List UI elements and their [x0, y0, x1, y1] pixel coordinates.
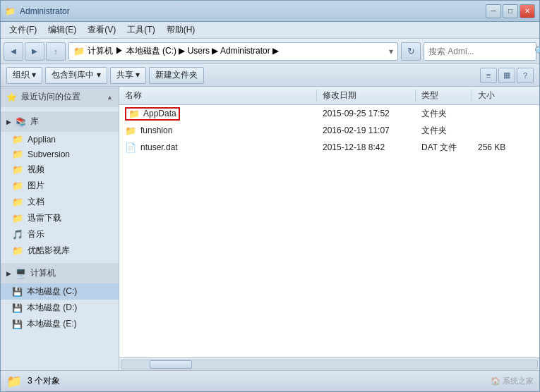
sidebar-item-drive-d[interactable]: 💾 本地磁盘 (D:) — [1, 300, 119, 316]
recent-section[interactable]: ⭐ 最近访问的位置 ▲ — [1, 87, 119, 107]
title-bar: 📁 Administrator ─ □ ✕ — [1, 1, 539, 22]
sidebar-item-thunder[interactable]: 📁 迅雷下载 — [1, 210, 119, 226]
computer-section[interactable]: ▶ 🖥️ 计算机 — [1, 263, 119, 283]
menu-help[interactable]: 帮助(H) — [161, 23, 201, 37]
file-name: funshion — [140, 125, 172, 135]
file-row[interactable]: 📁 funshion 2016-02-19 11:07 文件夹 — [119, 122, 539, 139]
minimize-button[interactable]: ─ — [486, 4, 501, 18]
file-list-area: 名称 修改日期 类型 大小 📁 AppData 2015-09-25 17:52 — [119, 87, 539, 370]
include-button[interactable]: 包含到库中 ▾ — [45, 67, 107, 84]
menu-file[interactable]: 文件(F) — [4, 23, 42, 37]
library-icon: 📚 — [16, 117, 26, 127]
folder-icon: 📁 — [73, 46, 85, 56]
new-folder-label: 新建文件夹 — [155, 69, 198, 81]
view-list-button[interactable]: ≡ — [480, 68, 497, 83]
folder-icon: 📁 — [12, 197, 23, 207]
folder-icon: 📁 — [12, 149, 23, 159]
search-bar: 🔍 — [424, 42, 536, 61]
file-icon: 📄 — [125, 142, 136, 153]
recent-icon: ⭐ — [6, 92, 17, 102]
horizontal-scrollbar[interactable] — [121, 360, 538, 369]
address-input[interactable] — [88, 47, 386, 56]
sidebar-item-youku[interactable]: 📁 优酷影视库 — [1, 243, 119, 259]
col-type-header[interactable]: 类型 — [416, 90, 472, 102]
sidebar-item-label: Applian — [28, 135, 56, 145]
file-date: 2015-12-18 8:42 — [317, 142, 416, 152]
col-name-header[interactable]: 名称 — [119, 90, 317, 102]
file-type: DAT 文件 — [416, 142, 472, 154]
folder-icon: 📁 — [128, 109, 140, 119]
forward-button[interactable]: ► — [25, 42, 44, 61]
file-name-cell: 📄 ntuser.dat — [119, 142, 317, 153]
folder-icon: 📁 — [125, 125, 136, 136]
address-bar: 📁 ▾ — [68, 42, 398, 61]
up-button[interactable]: ↑ — [46, 42, 66, 61]
sidebar-item-drive-e[interactable]: 💾 本地磁盘 (E:) — [1, 316, 119, 332]
share-button[interactable]: 共享 ▾ — [110, 67, 146, 84]
maximize-button[interactable]: □ — [503, 4, 518, 18]
sidebar-item-label: 迅雷下载 — [28, 212, 61, 224]
file-type: 文件夹 — [416, 125, 472, 137]
main-content: ⭐ 最近访问的位置 ▲ ▶ 📚 库 📁 Applian 📁 Subversion… — [1, 87, 539, 370]
scrollbar-footer — [119, 357, 539, 370]
title-bar-left: 📁 Administrator — [5, 6, 70, 16]
scrollbar-thumb[interactable] — [150, 360, 192, 369]
close-button[interactable]: ✕ — [520, 4, 535, 18]
computer-label: 计算机 — [30, 267, 56, 279]
explorer-window: 📁 Administrator ─ □ ✕ 文件(F) 编辑(E) 查看(V) … — [0, 0, 540, 392]
watermark: 🏠 系统之家 — [491, 376, 534, 386]
sidebar-item-docs[interactable]: 📁 文档 — [1, 194, 119, 210]
address-dropdown-icon[interactable]: ▾ — [389, 47, 393, 56]
search-icon[interactable]: 🔍 — [534, 46, 540, 56]
menu-tools[interactable]: 工具(T) — [121, 23, 160, 37]
help-button[interactable]: ? — [517, 68, 534, 83]
library-section[interactable]: ▶ 📚 库 — [1, 111, 119, 132]
folder-icon: 📁 — [12, 134, 23, 145]
file-list: 📁 AppData 2015-09-25 17:52 文件夹 📁 funshio… — [119, 105, 539, 357]
sidebar-item-music[interactable]: 🎵 音乐 — [1, 226, 119, 243]
new-folder-button[interactable]: 新建文件夹 — [149, 67, 204, 84]
sidebar-item-label: 优酷影视库 — [28, 245, 70, 257]
library-expand-icon: ▶ — [6, 118, 11, 125]
home-icon: 🏠 — [491, 376, 500, 386]
sidebar-item-label: 本地磁盘 (E:) — [27, 318, 77, 330]
collapse-icon: ▲ — [107, 94, 113, 101]
folder-icon: 📁 — [12, 245, 23, 256]
sidebar-item-subversion[interactable]: 📁 Subversion — [1, 147, 119, 161]
menu-edit[interactable]: 编辑(E) — [42, 23, 82, 37]
sidebar-item-drive-c[interactable]: 💾 本地磁盘 (C:) — [1, 283, 119, 300]
col-size-header[interactable]: 大小 — [472, 90, 539, 102]
view-details-button[interactable]: ▦ — [498, 68, 515, 83]
drive-icon: 💾 — [12, 303, 23, 313]
window-icon: 📁 — [5, 6, 16, 16]
folder-icon: 📁 — [12, 213, 23, 223]
watermark-text: 系统之家 — [503, 376, 534, 386]
sidebar-item-label: Subversion — [28, 149, 70, 159]
music-icon: 🎵 — [12, 229, 23, 240]
file-row[interactable]: 📄 ntuser.dat 2015-12-18 8:42 DAT 文件 256 … — [119, 139, 539, 156]
organize-label: 组织 ▾ — [13, 69, 36, 81]
address-toolbar: ◄ ► ↑ 📁 ▾ ↻ 🔍 — [1, 39, 539, 64]
file-name-cell: 📁 funshion — [119, 125, 317, 136]
refresh-button[interactable]: ↻ — [401, 42, 421, 61]
sidebar-item-pictures[interactable]: 📁 图片 — [1, 178, 119, 194]
include-label: 包含到库中 ▾ — [52, 69, 100, 81]
back-button[interactable]: ◄ — [4, 42, 23, 61]
share-label: 共享 ▾ — [116, 69, 140, 81]
file-type: 文件夹 — [416, 108, 472, 120]
organize-button[interactable]: 组织 ▾ — [6, 67, 42, 84]
computer-expand-icon: ▶ — [6, 270, 11, 277]
nav-controls: ◄ ► ↑ — [4, 42, 66, 61]
sidebar-item-video[interactable]: 📁 视频 — [1, 161, 119, 178]
command-toolbar: 组织 ▾ 包含到库中 ▾ 共享 ▾ 新建文件夹 ≡ ▦ ? — [1, 64, 539, 87]
file-row[interactable]: 📁 AppData 2015-09-25 17:52 文件夹 — [119, 105, 539, 122]
col-date-header[interactable]: 修改日期 — [317, 90, 416, 102]
menu-bar: 文件(F) 编辑(E) 查看(V) 工具(T) 帮助(H) — [1, 22, 539, 39]
status-bar: 📁 3 个对象 🏠 系统之家 — [1, 370, 539, 391]
status-left: 📁 3 个对象 — [6, 374, 60, 389]
sidebar-item-applian[interactable]: 📁 Applian — [1, 132, 119, 147]
search-input[interactable] — [428, 47, 534, 56]
file-name: AppData — [143, 109, 176, 118]
menu-view[interactable]: 查看(V) — [82, 23, 121, 37]
sidebar-item-label: 图片 — [28, 180, 44, 192]
